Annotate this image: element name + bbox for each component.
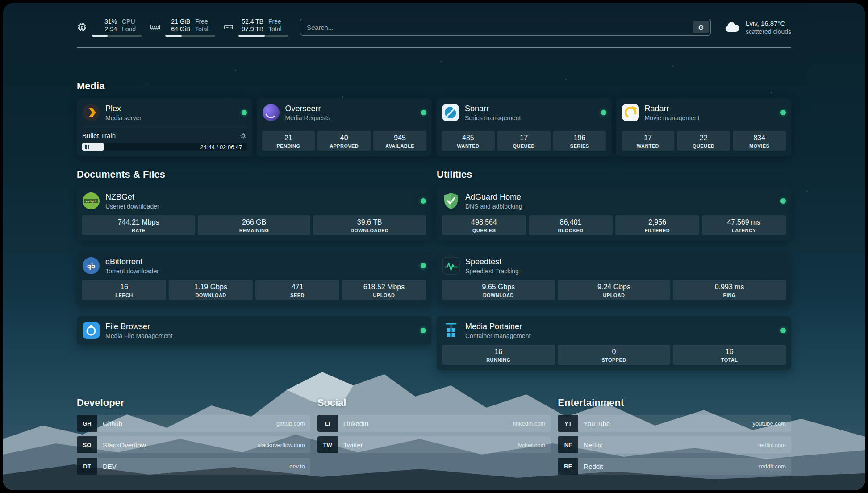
stat-label: LEECH	[84, 292, 164, 298]
status-dot	[421, 328, 426, 333]
stat-value: 16	[84, 283, 164, 292]
service-card-plex[interactable]: Plex Media server Bullet Train	[77, 98, 252, 156]
bookmark-domain: youtube.com	[753, 420, 786, 427]
nzbget-icon: nzbget	[82, 192, 100, 210]
bookmark-name: LinkedIn	[343, 420, 369, 427]
stat-label: DOWNLOAD	[444, 292, 553, 298]
section-developer: Developer GH Github github.com SO StackO…	[77, 397, 310, 475]
stat-value: 498,564	[444, 218, 524, 227]
stat-value: 2,956	[617, 218, 697, 227]
stat-box: 16RUNNING	[442, 345, 555, 365]
top-bar: 31%CPU 2.94Load 21 GiBFree 64 GiBTotal	[77, 3, 791, 37]
disk-widget: 52.4 TBFree 97.9 TBTotal	[223, 18, 288, 37]
stat-box: 17QUEUED	[497, 131, 551, 151]
service-card-speedtest[interactable]: Speedtest Speedtest Tracking 9.65 GbpsDO…	[437, 251, 791, 305]
filebrowser-icon	[82, 322, 100, 339]
search-bar: G	[300, 19, 711, 36]
service-card-adguard[interactable]: AdGuard Home DNS and adblocking 498,564Q…	[437, 187, 791, 241]
playback-progress-bar[interactable]: 24:44 / 02:06:47	[82, 143, 247, 151]
stat-label: SEED	[257, 292, 338, 298]
sonarr-icon	[442, 104, 459, 121]
stat-value: 17	[623, 134, 673, 142]
bookmark-name: Netflix	[584, 441, 602, 449]
memory-progress-fill	[165, 35, 182, 37]
bookmark-domain: reddit.com	[759, 463, 786, 470]
app-subtitle: Speedtest Tracking	[465, 267, 519, 275]
speedtest-icon	[442, 257, 460, 275]
service-card-filebrowser[interactable]: File Browser Media File Management	[77, 316, 431, 345]
stat-box: 196SERIES	[553, 131, 606, 151]
topbar-divider	[77, 47, 791, 48]
adguard-icon	[442, 192, 460, 210]
stat-value: 47.569 ms	[704, 218, 784, 227]
bookmark-domain: github.com	[276, 420, 305, 427]
cpu-label: CPU	[117, 18, 142, 25]
service-card-qbittorrent[interactable]: qb qBittorrent Torrent downloader 16LEEC…	[77, 251, 431, 305]
bookmark-abbr: LI	[317, 415, 338, 432]
stat-box: 22QUEUED	[677, 131, 730, 151]
stat-label: DOWNLOAD	[171, 292, 251, 298]
bookmark-netflix[interactable]: NF Netflix netflix.com	[558, 436, 791, 453]
section-utilities: Utilities AdGuard Home DNS	[437, 169, 791, 370]
service-card-portainer[interactable]: Media Portainer Container management 16R…	[437, 316, 791, 370]
section-media: Media Plex Media server	[77, 80, 791, 156]
section-title-entertainment: Entertainment	[558, 397, 791, 409]
stat-box: 16LEECH	[82, 280, 166, 300]
stat-box: 834MOVIES	[733, 131, 786, 151]
stat-value: 9.65 Gbps	[444, 283, 553, 292]
stat-box: 47.569 msLATENCY	[702, 215, 786, 235]
service-card-radarr[interactable]: Radarr Movie management 17WANTED 22QUEUE…	[616, 98, 792, 156]
stat-label: APPROVED	[319, 143, 369, 149]
stat-value: 86,401	[530, 218, 611, 227]
search-input[interactable]	[300, 19, 711, 36]
search-provider-button[interactable]: G	[693, 21, 709, 33]
stat-value: 21	[264, 134, 313, 142]
bookmark-twitter[interactable]: TW Twitter twitter.com	[317, 436, 551, 453]
memory-free: 21 GiB	[165, 18, 190, 25]
stat-value: 1.19 Gbps	[171, 283, 251, 292]
cpu-percent: 31%	[92, 18, 117, 25]
bookmark-name: Twitter	[343, 441, 363, 449]
service-card-sonarr[interactable]: Sonarr Series management 485WANTED 17QUE…	[436, 98, 612, 156]
status-dot	[780, 328, 786, 333]
disk-total: 97.9 TB	[238, 25, 263, 33]
app-name: Plex	[105, 104, 142, 113]
bookmark-linkedin[interactable]: LI LinkedIn linkedin.com	[317, 415, 551, 432]
bookmark-abbr: RE	[558, 458, 578, 475]
disk-free-label: Free	[263, 18, 288, 25]
stat-box: 266 GBREMAINING	[198, 215, 311, 235]
bookmark-youtube[interactable]: YT YouTube youtube.com	[558, 415, 791, 432]
section-title-social: Social	[317, 397, 551, 409]
bookmark-reddit[interactable]: RE Reddit reddit.com	[558, 458, 791, 475]
gear-icon[interactable]	[240, 132, 247, 139]
stat-value: 945	[375, 134, 425, 142]
bookmark-name: YouTube	[584, 420, 610, 427]
memory-total-label: Total	[190, 25, 215, 33]
stat-box: 1.19 GbpsDOWNLOAD	[169, 280, 253, 300]
stat-label: FILTERED	[617, 228, 697, 233]
bookmark-dev[interactable]: DT DEV dev.to	[77, 458, 310, 475]
app-name: Radarr	[645, 104, 700, 113]
stat-label: TOTAL	[675, 357, 784, 363]
stat-value: 471	[257, 283, 338, 292]
service-card-overseerr[interactable]: Overseerr Media Requests 21PENDING 40APP…	[257, 98, 432, 156]
stat-label: BLOCKED	[530, 228, 611, 233]
status-dot	[780, 198, 786, 204]
bookmark-github[interactable]: GH Github github.com	[77, 415, 310, 432]
memory-free-label: Free	[190, 18, 215, 25]
service-card-nzbget[interactable]: nzbget NZBGet Usenet downloader 744.21 M…	[77, 187, 431, 241]
bookmark-stackoverflow[interactable]: SO StackOverflow stackoverflow.com	[77, 436, 310, 453]
cpu-widget: 31%CPU 2.94Load	[77, 18, 142, 37]
app-subtitle: Media File Management	[105, 332, 172, 339]
stat-value: 618.52 Mbps	[344, 283, 424, 292]
app-subtitle: Series management	[465, 114, 521, 121]
stat-box: 485WANTED	[442, 131, 495, 151]
app-name: qBittorrent	[105, 257, 159, 267]
app-subtitle: DNS and adblocking	[465, 203, 522, 210]
section-title-media: Media	[77, 80, 791, 92]
app-name: Media Portainer	[465, 322, 530, 331]
bookmark-name: Reddit	[584, 463, 603, 470]
disk-free: 52.4 TB	[238, 18, 263, 25]
stat-value: 16	[675, 347, 784, 356]
stat-value: 22	[679, 134, 728, 142]
